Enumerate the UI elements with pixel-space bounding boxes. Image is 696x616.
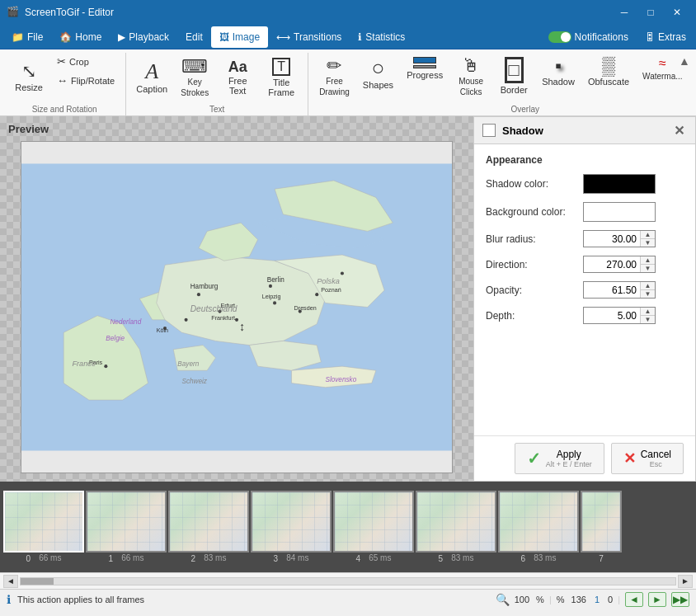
extras-menu[interactable]: 🎛 Extras (638, 28, 693, 46)
selected-frames: 1 (595, 595, 600, 604)
transitions-icon: ⟷ (276, 31, 290, 43)
menu-file[interactable]: 📁 File (3, 26, 51, 48)
apply-button[interactable]: ✓ Apply Alt + E / Enter (515, 443, 604, 474)
progress-icon (413, 57, 436, 68)
percent-symbol: % (557, 595, 565, 604)
blur-radius-input[interactable] (584, 231, 640, 247)
direction-up[interactable]: ▲ (641, 256, 655, 265)
scroll-left-button[interactable]: ◄ (3, 575, 18, 588)
frame-label-1: 1 (109, 554, 114, 563)
caption-button[interactable]: A Caption (131, 57, 172, 98)
film-frame-0[interactable]: 0 66 ms (3, 491, 84, 563)
depth-up[interactable]: ▲ (641, 308, 655, 316)
bg-color-picker[interactable] (583, 202, 656, 222)
opacity-input[interactable] (584, 282, 640, 298)
minimize-button[interactable]: ─ (612, 4, 637, 21)
status-bar: ℹ This action applies to all frames 🔍 10… (0, 589, 696, 609)
zoom-level: 100 (515, 595, 529, 604)
scroll-track[interactable] (20, 577, 676, 585)
apply-shortcut: Alt + E / Enter (546, 460, 592, 468)
menu-transitions[interactable]: ⟷ Transitions (268, 26, 350, 48)
menu-playback[interactable]: ▶ Playback (110, 26, 177, 48)
frame-label-3: 3 (274, 554, 279, 563)
prev-frame-button[interactable]: ◄ (625, 592, 643, 607)
blur-radius-down[interactable]: ▼ (641, 239, 655, 247)
blur-radius-label: Blur radius: (486, 233, 576, 245)
film-frame-img-5 (416, 491, 496, 553)
free-drawing-button[interactable]: ✏ Free Drawing (313, 53, 355, 101)
film-frame-7[interactable]: 7 (581, 491, 622, 563)
scroll-thumb[interactable] (21, 578, 54, 585)
direction-down[interactable]: ▼ (641, 265, 655, 272)
frame-label-5: 5 (439, 554, 444, 563)
depth-input[interactable] (584, 308, 640, 323)
size-rotation-label: Size and Rotation (3, 105, 125, 114)
direction-input[interactable] (584, 256, 640, 272)
frame-ms-5: 83 ms (451, 553, 473, 562)
resize-button[interactable]: ⤡ Resize (8, 59, 49, 96)
frame-ms-2: 83 ms (204, 553, 226, 562)
menu-bar: 📁 File 🏠 Home ▶ Playback Edit 🖼 Image ⟷ … (0, 25, 696, 49)
svg-text:Slovensko: Slovensko (325, 376, 356, 383)
scroll-right-button[interactable]: ► (678, 575, 693, 588)
next-frame-button[interactable]: ► (648, 592, 666, 607)
progress-button[interactable]: Progress (401, 53, 449, 84)
blur-radius-row: Blur radius: ▲ ▼ (486, 230, 684, 247)
map-svg: Hamburg Berlin Leipzig Erfurt Frankfurt … (21, 142, 452, 473)
crop-button[interactable]: ✂ Crop (51, 53, 120, 70)
zoom-out-icon[interactable]: 🔍 (496, 593, 510, 606)
shadow-enabled-checkbox[interactable] (482, 124, 496, 137)
close-button[interactable]: ✕ (665, 4, 689, 21)
flip-rotate-button[interactable]: ↔ Flip/Rotate (51, 72, 120, 89)
film-frame-3[interactable]: 3 84 ms (251, 491, 332, 563)
title-frame-button[interactable]: T Title Frame (260, 54, 303, 101)
filmstrip-scroll: 0 66 ms 1 66 ms 2 83 ms (0, 487, 696, 567)
menu-image[interactable]: 🖼 Image (211, 26, 268, 48)
border-button[interactable]: □ Border (493, 53, 534, 99)
obfuscate-button[interactable]: ▒ Obfuscate (582, 53, 635, 91)
frame-count: 136 (571, 595, 586, 604)
menu-statistics[interactable]: ℹ Statistics (350, 26, 413, 48)
menu-home[interactable]: 🏠 Home (51, 26, 110, 48)
film-frame-2[interactable]: 2 83 ms (168, 491, 249, 563)
shadow-button[interactable]: ▪ Shadow (536, 53, 581, 91)
blur-radius-spin: ▲ ▼ (583, 230, 656, 247)
extras-icon: 🎛 (645, 31, 655, 43)
play-button[interactable]: ▶▶ (671, 592, 689, 607)
ribbon-group-size-rotation: ⤡ Resize ✂ Crop ↔ Flip/Rotate Size and R… (3, 53, 126, 115)
crop-flip-col: ✂ Crop ↔ Flip/Rotate (51, 53, 120, 102)
shadow-color-picker[interactable] (583, 174, 656, 194)
svg-text:France: France (72, 360, 96, 368)
frame-ms-3: 84 ms (286, 553, 308, 562)
key-strokes-button[interactable]: ⌨ Key Strokes (174, 54, 215, 101)
cancel-button[interactable]: ✕ Cancel Esc (611, 443, 684, 474)
shapes-icon: ○ (372, 57, 385, 78)
ribbon-collapse-button[interactable]: ▲ (676, 53, 693, 69)
notifications-switch[interactable] (548, 31, 571, 43)
blur-radius-up[interactable]: ▲ (641, 231, 655, 239)
opacity-down[interactable]: ▼ (641, 290, 655, 298)
ribbon: ⤡ Resize ✂ Crop ↔ Flip/Rotate Size and R… (0, 49, 696, 116)
shapes-button[interactable]: ○ Shapes (357, 53, 399, 94)
menu-edit[interactable]: Edit (177, 26, 211, 48)
maximize-button[interactable]: □ (638, 4, 663, 21)
frame-label-2: 2 (191, 554, 196, 563)
film-frame-1[interactable]: 1 66 ms (86, 491, 167, 563)
svg-point-4 (235, 318, 238, 322)
key-strokes-icon: ⌨ (181, 58, 208, 76)
opacity-label: Opacity: (486, 284, 576, 296)
mouse-clicks-button[interactable]: 🖱 Mouse Clicks (450, 53, 491, 101)
film-frame-5[interactable]: 5 83 ms (416, 491, 496, 563)
notifications-toggle[interactable]: Notifications (542, 28, 635, 46)
opacity-up[interactable]: ▲ (641, 282, 655, 290)
film-frame-4[interactable]: 4 65 ms (333, 491, 414, 563)
frame-label-0: 0 (26, 554, 31, 563)
dialog-close-button[interactable]: ✕ (670, 122, 687, 139)
free-text-button[interactable]: Aa Free Text (217, 55, 258, 100)
svg-text:Deutschland: Deutschland (190, 304, 237, 313)
svg-text:Frankfurt: Frankfurt (211, 315, 235, 322)
title-bar-controls: ─ □ ✕ (612, 4, 689, 21)
depth-down[interactable]: ▼ (641, 316, 655, 323)
svg-point-1 (197, 293, 200, 296)
film-frame-6[interactable]: 6 83 ms (498, 491, 579, 563)
